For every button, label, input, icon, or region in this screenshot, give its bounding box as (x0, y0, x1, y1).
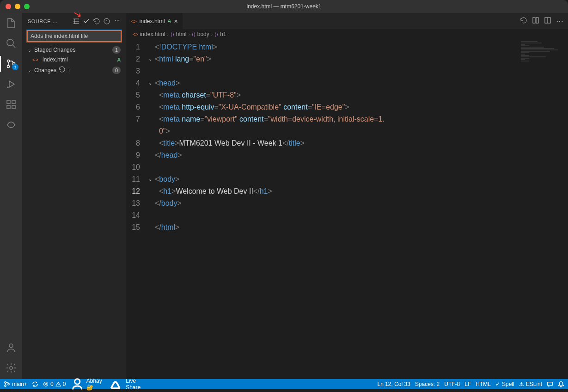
close-tab-icon[interactable]: × (174, 18, 178, 25)
svg-rect-6 (7, 105, 10, 109)
sidebar-title: SOURCE … (28, 18, 70, 24)
breadcrumbs[interactable]: <> index.html › ⟨⟩ html › ⟨⟩ body › ⟨⟩ h… (126, 29, 568, 39)
more-icon[interactable]: ⋯ (113, 18, 121, 25)
minimap[interactable] (520, 41, 562, 78)
crumb-body[interactable]: body (197, 31, 209, 37)
fold-icon[interactable]: ⌄ (148, 53, 155, 65)
indentation[interactable]: Spaces: 2 (415, 381, 440, 387)
crumb-file[interactable]: index.html (140, 31, 165, 37)
svg-point-4 (7, 87, 8, 88)
svg-rect-12 (533, 18, 535, 23)
changes-section[interactable]: ⌄ Changes + 0 (22, 64, 126, 76)
bracket-icon: ⟨⟩ (214, 32, 218, 37)
diff-icon[interactable] (532, 17, 539, 26)
sync-icon[interactable] (32, 381, 38, 387)
spell-check[interactable]: ✓ Spell (495, 381, 514, 387)
file-status: A (117, 57, 121, 62)
history-icon[interactable] (520, 17, 527, 26)
chevron-right-icon: › (167, 32, 168, 37)
svg-point-19 (75, 379, 80, 384)
chevron-right-icon: › (211, 32, 213, 37)
svg-point-1 (7, 60, 10, 62)
eslint-status[interactable]: ⚠ ESLint (519, 381, 542, 387)
crumb-h1[interactable]: h1 (220, 31, 226, 37)
bracket-icon: ⟨⟩ (171, 32, 174, 37)
tab-modified: A (168, 18, 171, 24)
feedback-icon[interactable] (547, 381, 553, 387)
fold-icon[interactable]: ⌄ (148, 77, 155, 89)
activity-bar: 1 (0, 13, 22, 379)
editor-area: <> index.html A × ⋯ <> index.html › ⟨⟩ h… (126, 13, 568, 379)
language-mode[interactable]: HTML (476, 381, 491, 387)
explorer-icon[interactable] (6, 18, 17, 29)
encoding[interactable]: UTF-8 (444, 381, 460, 387)
branch-indicator[interactable]: main+ (4, 381, 27, 387)
svg-point-0 (7, 39, 13, 46)
editor-actions: ⋯ (520, 13, 568, 29)
more-actions-icon[interactable]: ⋯ (556, 17, 563, 25)
svg-rect-7 (12, 105, 15, 109)
source-control-icon[interactable]: 1 (6, 58, 17, 69)
refresh-icon[interactable] (93, 18, 100, 25)
discard-icon[interactable] (58, 66, 66, 74)
svg-point-9 (9, 344, 13, 348)
window-controls[interactable] (6, 4, 30, 9)
svg-point-10 (10, 367, 12, 369)
run-debug-icon[interactable] (6, 79, 17, 90)
section-label: Changes (34, 67, 56, 74)
svg-point-2 (7, 66, 10, 68)
split-icon[interactable] (544, 17, 551, 26)
svg-rect-13 (536, 18, 538, 23)
commit-message-box (27, 30, 122, 42)
fold-icon[interactable]: ⌄ (148, 173, 155, 185)
titlebar: index.html — mtm6201-week1 (0, 0, 568, 13)
svg-rect-5 (7, 100, 10, 104)
settings-gear-icon[interactable] (6, 362, 17, 374)
commit-check-icon[interactable] (83, 18, 90, 25)
close-window-icon[interactable] (6, 4, 11, 9)
changes-count: 0 (112, 67, 121, 74)
file-name: index.html (43, 56, 68, 63)
commit-message-input[interactable] (27, 30, 122, 42)
file-icon: <> (131, 18, 137, 24)
tab-index-html[interactable]: <> index.html A × (126, 13, 183, 29)
chevron-right-icon: › (188, 32, 189, 37)
user-indicator[interactable]: Abhay 🔐 (70, 377, 102, 391)
file-icon: <> (32, 57, 40, 62)
remote-icon[interactable] (6, 119, 17, 130)
window-title: index.html — mtm6201-week1 (246, 3, 321, 10)
minimize-window-icon[interactable] (15, 4, 20, 9)
code-editor[interactable]: 1<!DOCTYPE html> 2⌄<html lang="en"> 3 4⌄… (126, 39, 568, 379)
cursor-position[interactable]: Ln 12, Col 33 (378, 381, 410, 387)
extensions-icon[interactable] (6, 99, 17, 110)
history-icon[interactable] (103, 18, 110, 25)
notifications-icon[interactable] (558, 381, 564, 387)
bracket-icon: ⟨⟩ (192, 32, 195, 37)
search-icon[interactable] (6, 38, 17, 49)
chevron-down-icon: ⌄ (28, 67, 34, 73)
sidebar-header: SOURCE … ⋯ (22, 13, 126, 29)
chevron-down-icon: ⌄ (28, 48, 34, 53)
stage-all-icon[interactable]: + (67, 67, 75, 74)
view-as-tree-icon[interactable] (73, 18, 80, 25)
section-label: Staged Changes (34, 47, 75, 53)
account-icon[interactable] (6, 342, 17, 353)
svg-rect-8 (12, 100, 15, 104)
eol[interactable]: LF (464, 381, 471, 387)
tab-bar: <> index.html A × ⋯ (126, 13, 568, 29)
staged-file-row[interactable]: <> index.html A (22, 55, 126, 64)
staged-count: 1 (112, 46, 121, 54)
problems-indicator[interactable]: 0 0 (43, 381, 66, 387)
scm-badge: 1 (12, 64, 18, 70)
status-bar: main+ 0 0 Abhay 🔐 Live Share Ln 12, Col … (0, 379, 568, 389)
source-control-sidebar: SOURCE … ⋯ ⌄ Staged Changes 1 <> index.h… (22, 13, 126, 379)
staged-changes-section[interactable]: ⌄ Staged Changes 1 (22, 45, 126, 55)
tab-label: index.html (140, 18, 165, 24)
crumb-html[interactable]: html (176, 31, 187, 37)
file-icon: <> (133, 32, 138, 37)
svg-point-16 (5, 385, 6, 387)
maximize-window-icon[interactable] (24, 4, 30, 9)
svg-point-15 (5, 382, 6, 384)
